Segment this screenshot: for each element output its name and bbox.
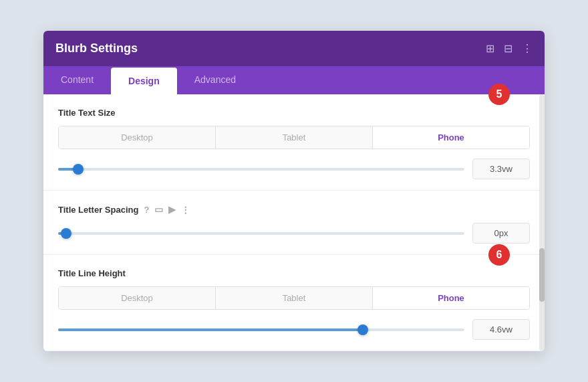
more-options-icon[interactable]: ⋮ (181, 205, 190, 215)
line-height-device-tab-tablet[interactable]: Tablet (216, 287, 373, 309)
scrollbar[interactable] (539, 94, 545, 351)
responsive-icon[interactable]: ▭ (154, 204, 163, 215)
title-text-size-value[interactable] (472, 159, 530, 179)
title-letter-spacing-slider[interactable] (58, 227, 464, 240)
line-height-device-tab-phone[interactable]: Phone (373, 287, 529, 309)
title-text-size-slider-row (58, 159, 530, 179)
panel-title: Blurb Settings (55, 41, 138, 56)
title-line-height-slider-row (58, 319, 530, 340)
title-letter-spacing-slider-row (58, 223, 530, 244)
header-icons: ⊞ ⊟ ⋮ (486, 42, 533, 55)
title-line-height-slider[interactable] (58, 323, 464, 337)
tab-content[interactable]: Content (43, 66, 111, 94)
scrollbar-thumb[interactable] (539, 248, 545, 302)
title-line-height-device-tabs: Desktop Tablet Phone (58, 286, 530, 310)
device-tab-phone[interactable]: Phone (373, 126, 529, 149)
columns-icon[interactable]: ⊟ (504, 42, 512, 55)
title-letter-spacing-value[interactable] (472, 223, 530, 244)
cursor-icon[interactable]: ▶ (168, 204, 176, 215)
help-icon[interactable]: ? (144, 205, 149, 215)
line-height-device-tab-desktop[interactable]: Desktop (59, 287, 216, 309)
title-text-size-slider[interactable] (58, 163, 464, 176)
title-line-height-section: 6 Title Line Height Desktop Tablet Phone (43, 255, 545, 351)
title-letter-spacing-label: Title Letter Spacing ? ▭ ▶ ⋮ (58, 204, 530, 215)
title-letter-spacing-section: Title Letter Spacing ? ▭ ▶ ⋮ (43, 191, 545, 255)
more-icon[interactable]: ⋮ (522, 42, 533, 55)
tab-design[interactable]: Design (111, 68, 177, 94)
device-tab-desktop[interactable]: Desktop (59, 126, 216, 149)
title-text-size-label: Title Text Size (58, 108, 530, 118)
title-line-height-value[interactable] (472, 319, 530, 340)
title-line-height-label: Title Line Height (58, 268, 530, 278)
step-badge-5: 5 (488, 84, 510, 105)
device-tab-tablet[interactable]: Tablet (216, 126, 373, 149)
title-text-size-section: 5 Title Text Size Desktop Tablet Phone (43, 94, 545, 191)
tab-bar: Content Design Advanced (43, 66, 545, 94)
expand-icon[interactable]: ⊞ (486, 42, 494, 55)
title-text-size-device-tabs: Desktop Tablet Phone (58, 126, 530, 149)
tab-advanced[interactable]: Advanced (177, 66, 253, 94)
panel-header: Blurb Settings ⊞ ⊟ ⋮ (43, 31, 545, 66)
blurb-settings-panel: Blurb Settings ⊞ ⊟ ⋮ Content Design Adva… (43, 31, 545, 351)
panel-content: 5 Title Text Size Desktop Tablet Phone (43, 94, 545, 351)
step-badge-6: 6 (488, 244, 510, 266)
